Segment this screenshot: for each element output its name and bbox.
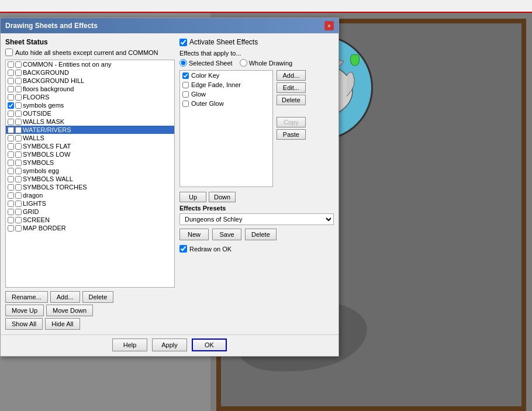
sheet-item[interactable]: SCREEN [6, 216, 174, 224]
rename-button[interactable]: Rename... [5, 291, 48, 303]
preset-save-button[interactable]: Save [212, 229, 241, 240]
sheet-checkbox-1[interactable] [8, 143, 14, 150]
whole-drawing-option[interactable]: Whole Drawing [240, 59, 293, 67]
help-button[interactable]: Help [112, 339, 147, 351]
sheet-checkbox-2[interactable] [15, 110, 22, 117]
effect-checkbox[interactable] [182, 82, 189, 88]
sheet-checkbox-2[interactable] [15, 135, 22, 141]
sheet-item[interactable]: SYMBOLS FLAT [6, 142, 174, 150]
sheet-list[interactable]: COMMON - Entities not on any BACKGROUND … [5, 60, 175, 288]
ok-button[interactable]: OK [192, 339, 227, 351]
sheet-item[interactable]: LIGHTS [6, 199, 174, 208]
sheet-checkbox-1[interactable] [8, 61, 14, 68]
apply-button[interactable]: Apply [152, 339, 187, 351]
effect-item[interactable]: Color Key [180, 71, 272, 80]
effects-add-button[interactable]: Add... [277, 70, 306, 81]
sheet-checkbox-1[interactable] [8, 160, 14, 166]
presets-dropdown[interactable]: Dungeons of SchleyDefaultCustom [179, 213, 334, 225]
sheet-checkbox-1[interactable] [8, 217, 14, 223]
redraw-checkbox[interactable] [179, 245, 187, 253]
delete-button[interactable]: Delete [82, 291, 114, 303]
effects-delete-button[interactable]: Delete [277, 95, 306, 105]
activate-checkbox[interactable] [179, 39, 187, 46]
sheet-checkbox-2[interactable] [15, 86, 22, 92]
sheet-checkbox-2[interactable] [15, 184, 22, 191]
sheet-item[interactable]: SYMBOLS [6, 158, 174, 167]
effect-item[interactable]: Glow [180, 89, 272, 99]
sheet-item[interactable]: WALLS [6, 134, 174, 142]
sheet-item[interactable]: GRID [6, 208, 174, 216]
selected-sheet-radio[interactable] [179, 59, 187, 67]
move-down-button[interactable]: Move Down [46, 305, 93, 316]
sheet-checkbox-1[interactable] [8, 168, 14, 174]
preset-delete-button[interactable]: Delete [245, 229, 277, 240]
sheet-item[interactable]: SYMBOLS LOW [6, 150, 174, 158]
sheet-checkbox-1[interactable] [8, 192, 14, 199]
effect-item[interactable]: Edge Fade, Inner [180, 80, 272, 89]
sheet-item[interactable]: symbols egg [6, 167, 174, 175]
effects-up-button[interactable]: Up [179, 192, 206, 202]
effects-down-button[interactable]: Down [209, 192, 236, 202]
sheet-checkbox-1[interactable] [8, 110, 14, 117]
sheet-checkbox-1[interactable] [8, 102, 14, 109]
sheet-checkbox-2[interactable] [15, 201, 22, 207]
sheet-checkbox-2[interactable] [15, 119, 22, 125]
sheet-checkbox-1[interactable] [8, 176, 14, 182]
sheet-checkbox-1[interactable] [8, 94, 14, 101]
sheet-checkbox-1[interactable] [8, 70, 14, 76]
sheet-checkbox-2[interactable] [15, 192, 22, 199]
add-button[interactable]: Add... [50, 291, 80, 303]
sheet-item[interactable]: symbols gems [6, 101, 174, 109]
effects-list[interactable]: Color Key Edge Fade, Inner Glow Outer Gl… [179, 70, 273, 187]
effects-paste-button[interactable]: Paste [277, 129, 306, 140]
auto-hide-checkbox[interactable] [5, 49, 13, 56]
sheet-checkbox-1[interactable] [8, 86, 14, 92]
sheet-checkbox-2[interactable] [15, 225, 22, 232]
sheet-checkbox-1[interactable] [8, 225, 14, 232]
sheet-checkbox-1[interactable] [8, 201, 14, 207]
sheet-checkbox-2[interactable] [15, 102, 22, 109]
sheet-checkbox-2[interactable] [15, 168, 22, 174]
sheet-item[interactable]: SYMBOLS TORCHES [6, 183, 174, 191]
sheet-checkbox-1[interactable] [8, 151, 14, 158]
whole-drawing-radio[interactable] [240, 59, 247, 67]
sheet-checkbox-2[interactable] [15, 61, 22, 68]
show-all-button[interactable]: Show All [5, 318, 43, 330]
sheet-checkbox-2[interactable] [15, 209, 22, 215]
sheet-item[interactable]: FLOORS [6, 93, 174, 101]
sheet-item[interactable]: WALLS MASK [6, 118, 174, 126]
sheet-item[interactable]: COMMON - Entities not on any [6, 60, 174, 68]
sheet-checkbox-1[interactable] [8, 135, 14, 141]
sheet-checkbox-2[interactable] [15, 78, 22, 84]
effect-item[interactable]: Outer Glow [180, 99, 272, 108]
sheet-item[interactable]: WATER/RIVERS [6, 126, 174, 134]
sheet-checkbox-1[interactable] [8, 78, 14, 84]
effect-checkbox[interactable] [182, 101, 189, 107]
sheet-item[interactable]: floors background [6, 85, 174, 93]
effect-checkbox[interactable] [182, 91, 189, 98]
effect-checkbox[interactable] [182, 72, 189, 79]
sheet-item[interactable]: dragon [6, 191, 174, 199]
sheet-item[interactable]: BACKGROUND [6, 68, 174, 77]
sheet-checkbox-2[interactable] [15, 94, 22, 101]
selected-sheet-option[interactable]: Selected Sheet [179, 59, 233, 67]
sheet-checkbox-2[interactable] [15, 151, 22, 158]
sheet-checkbox-2[interactable] [15, 217, 22, 223]
close-button[interactable]: × [324, 21, 334, 30]
effects-copy-button[interactable]: Copy [277, 117, 306, 127]
sheet-item[interactable]: OUTSIDE [6, 109, 174, 118]
sheet-checkbox-2[interactable] [15, 160, 22, 166]
sheet-checkbox-2[interactable] [15, 127, 22, 133]
sheet-item[interactable]: SYMBOLS WALL [6, 175, 174, 183]
sheet-checkbox-2[interactable] [15, 143, 22, 150]
sheet-checkbox-1[interactable] [8, 119, 14, 125]
sheet-checkbox-1[interactable] [8, 209, 14, 215]
effects-edit-button[interactable]: Edit... [277, 82, 306, 93]
hide-all-button[interactable]: Hide All [45, 318, 80, 330]
sheet-checkbox-2[interactable] [15, 70, 22, 76]
sheet-item[interactable]: MAP BORDER [6, 224, 174, 232]
sheet-checkbox-1[interactable] [8, 127, 14, 133]
move-up-button[interactable]: Move Up [5, 305, 44, 316]
sheet-item[interactable]: BACKGROUND HILL [6, 77, 174, 85]
preset-new-button[interactable]: New [179, 229, 209, 240]
